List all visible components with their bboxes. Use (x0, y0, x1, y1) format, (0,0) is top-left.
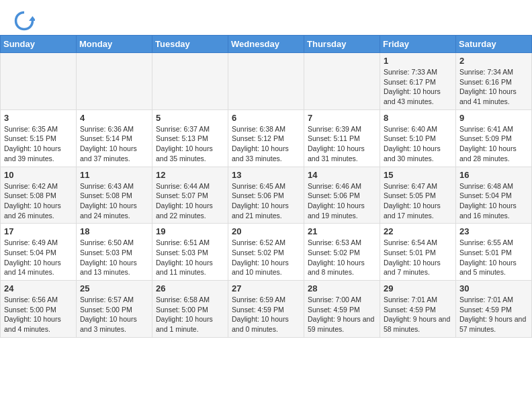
day-number: 28 (308, 283, 376, 293)
day-number: 21 (308, 226, 376, 236)
calendar-cell: 10Sunrise: 6:42 AM Sunset: 5:08 PM Dayli… (1, 167, 77, 224)
day-number: 11 (80, 170, 148, 180)
calendar-cell: 16Sunrise: 6:48 AM Sunset: 5:04 PM Dayli… (456, 167, 532, 224)
day-info: Sunrise: 7:34 AM Sunset: 6:16 PM Dayligh… (459, 67, 528, 107)
calendar-cell: 2Sunrise: 7:34 AM Sunset: 6:16 PM Daylig… (456, 53, 532, 110)
day-info: Sunrise: 6:52 AM Sunset: 5:02 PM Dayligh… (232, 238, 300, 277)
day-number: 2 (459, 56, 528, 66)
day-info: Sunrise: 6:59 AM Sunset: 4:59 PM Dayligh… (232, 295, 300, 334)
day-number: 14 (308, 170, 376, 180)
day-info: Sunrise: 6:42 AM Sunset: 5:08 PM Dayligh… (4, 181, 73, 221)
calendar-cell: 9Sunrise: 6:41 AM Sunset: 5:09 PM Daylig… (456, 109, 532, 167)
day-number: 3 (4, 113, 73, 123)
day-info: Sunrise: 7:01 AM Sunset: 4:59 PM Dayligh… (459, 295, 528, 334)
day-info: Sunrise: 6:43 AM Sunset: 5:08 PM Dayligh… (80, 181, 148, 221)
calendar-cell (228, 53, 304, 110)
day-info: Sunrise: 6:56 AM Sunset: 5:00 PM Dayligh… (4, 295, 73, 334)
day-number: 7 (308, 113, 376, 123)
day-info: Sunrise: 6:47 AM Sunset: 5:05 PM Dayligh… (384, 181, 452, 221)
day-info: Sunrise: 6:45 AM Sunset: 5:06 PM Dayligh… (232, 181, 300, 221)
weekday-header-tuesday: Tuesday (152, 36, 228, 53)
calendar-cell: 12Sunrise: 6:44 AM Sunset: 5:07 PM Dayli… (152, 167, 228, 224)
calendar-table: SundayMondayTuesdayWednesdayThursdayFrid… (0, 35, 532, 338)
calendar-cell: 7Sunrise: 6:39 AM Sunset: 5:11 PM Daylig… (304, 109, 380, 167)
logo (13, 10, 38, 32)
calendar-cell: 8Sunrise: 6:40 AM Sunset: 5:10 PM Daylig… (380, 109, 456, 167)
day-info: Sunrise: 6:36 AM Sunset: 5:14 PM Dayligh… (80, 124, 148, 164)
calendar-cell: 23Sunrise: 6:55 AM Sunset: 5:01 PM Dayli… (456, 224, 532, 281)
day-info: Sunrise: 6:51 AM Sunset: 5:03 PM Dayligh… (156, 238, 224, 277)
day-number: 10 (4, 170, 73, 180)
calendar-week-1: 1Sunrise: 7:33 AM Sunset: 6:17 PM Daylig… (1, 53, 532, 110)
day-number: 12 (156, 170, 224, 180)
day-number: 25 (80, 283, 148, 293)
calendar-cell: 11Sunrise: 6:43 AM Sunset: 5:08 PM Dayli… (77, 167, 152, 224)
day-info: Sunrise: 6:48 AM Sunset: 5:04 PM Dayligh… (459, 181, 528, 221)
day-number: 5 (156, 113, 224, 123)
day-number: 23 (459, 226, 528, 236)
calendar-week-5: 24Sunrise: 6:56 AM Sunset: 5:00 PM Dayli… (1, 281, 532, 338)
calendar-cell: 5Sunrise: 6:37 AM Sunset: 5:13 PM Daylig… (152, 109, 228, 167)
calendar-cell: 24Sunrise: 6:56 AM Sunset: 5:00 PM Dayli… (1, 281, 77, 338)
day-info: Sunrise: 6:35 AM Sunset: 5:15 PM Dayligh… (4, 124, 73, 164)
day-info: Sunrise: 6:49 AM Sunset: 5:04 PM Dayligh… (4, 238, 73, 277)
calendar-cell: 26Sunrise: 6:58 AM Sunset: 5:00 PM Dayli… (152, 281, 228, 338)
calendar-week-4: 17Sunrise: 6:49 AM Sunset: 5:04 PM Dayli… (1, 224, 532, 281)
day-info: Sunrise: 6:55 AM Sunset: 5:01 PM Dayligh… (459, 238, 528, 277)
calendar-cell: 4Sunrise: 6:36 AM Sunset: 5:14 PM Daylig… (77, 109, 152, 167)
day-number: 13 (232, 170, 300, 180)
calendar-cell: 14Sunrise: 6:46 AM Sunset: 5:06 PM Dayli… (304, 167, 380, 224)
calendar-cell: 25Sunrise: 6:57 AM Sunset: 5:00 PM Dayli… (77, 281, 152, 338)
day-info: Sunrise: 6:54 AM Sunset: 5:01 PM Dayligh… (384, 238, 452, 277)
calendar-cell: 19Sunrise: 6:51 AM Sunset: 5:03 PM Dayli… (152, 224, 228, 281)
day-number: 8 (384, 113, 452, 123)
weekday-header-saturday: Saturday (456, 36, 532, 53)
day-number: 18 (80, 226, 148, 236)
calendar-cell: 27Sunrise: 6:59 AM Sunset: 4:59 PM Dayli… (228, 281, 304, 338)
calendar-cell (77, 53, 152, 110)
day-number: 26 (156, 283, 224, 293)
calendar-cell: 17Sunrise: 6:49 AM Sunset: 5:04 PM Dayli… (1, 224, 77, 281)
day-info: Sunrise: 7:33 AM Sunset: 6:17 PM Dayligh… (384, 67, 452, 107)
day-info: Sunrise: 6:57 AM Sunset: 5:00 PM Dayligh… (80, 295, 148, 334)
weekday-header-sunday: Sunday (1, 36, 77, 53)
day-number: 16 (459, 170, 528, 180)
calendar-week-3: 10Sunrise: 6:42 AM Sunset: 5:08 PM Dayli… (1, 167, 532, 224)
day-number: 24 (4, 283, 73, 293)
logo-icon (13, 10, 35, 32)
calendar-cell: 6Sunrise: 6:38 AM Sunset: 5:12 PM Daylig… (228, 109, 304, 167)
day-info: Sunrise: 6:37 AM Sunset: 5:13 PM Dayligh… (156, 124, 224, 164)
calendar-cell (152, 53, 228, 110)
calendar-cell (1, 53, 77, 110)
calendar-cell: 29Sunrise: 7:01 AM Sunset: 4:59 PM Dayli… (380, 281, 456, 338)
day-number: 17 (4, 226, 73, 236)
calendar-week-2: 3Sunrise: 6:35 AM Sunset: 5:15 PM Daylig… (1, 109, 532, 167)
day-number: 1 (384, 56, 452, 66)
calendar-cell: 30Sunrise: 7:01 AM Sunset: 4:59 PM Dayli… (456, 281, 532, 338)
weekday-header-wednesday: Wednesday (228, 36, 304, 53)
day-info: Sunrise: 6:50 AM Sunset: 5:03 PM Dayligh… (80, 238, 148, 277)
day-info: Sunrise: 6:53 AM Sunset: 5:02 PM Dayligh… (308, 238, 376, 277)
day-number: 20 (232, 226, 300, 236)
day-info: Sunrise: 6:58 AM Sunset: 5:00 PM Dayligh… (156, 295, 224, 334)
page-header (0, 0, 532, 35)
day-number: 22 (384, 226, 452, 236)
day-number: 27 (232, 283, 300, 293)
calendar-cell: 22Sunrise: 6:54 AM Sunset: 5:01 PM Dayli… (380, 224, 456, 281)
day-number: 6 (232, 113, 300, 123)
day-info: Sunrise: 6:46 AM Sunset: 5:06 PM Dayligh… (308, 181, 376, 221)
calendar-cell: 21Sunrise: 6:53 AM Sunset: 5:02 PM Dayli… (304, 224, 380, 281)
day-number: 4 (80, 113, 148, 123)
weekday-header-friday: Friday (380, 36, 456, 53)
day-number: 29 (384, 283, 452, 293)
calendar-cell: 13Sunrise: 6:45 AM Sunset: 5:06 PM Dayli… (228, 167, 304, 224)
calendar-cell: 3Sunrise: 6:35 AM Sunset: 5:15 PM Daylig… (1, 109, 77, 167)
weekday-header-thursday: Thursday (304, 36, 380, 53)
day-info: Sunrise: 6:44 AM Sunset: 5:07 PM Dayligh… (156, 181, 224, 221)
day-number: 19 (156, 226, 224, 236)
weekday-header-monday: Monday (77, 36, 152, 53)
calendar-cell: 1Sunrise: 7:33 AM Sunset: 6:17 PM Daylig… (380, 53, 456, 110)
calendar-cell: 18Sunrise: 6:50 AM Sunset: 5:03 PM Dayli… (77, 224, 152, 281)
day-info: Sunrise: 7:00 AM Sunset: 4:59 PM Dayligh… (308, 295, 376, 334)
day-info: Sunrise: 6:38 AM Sunset: 5:12 PM Dayligh… (232, 124, 300, 164)
